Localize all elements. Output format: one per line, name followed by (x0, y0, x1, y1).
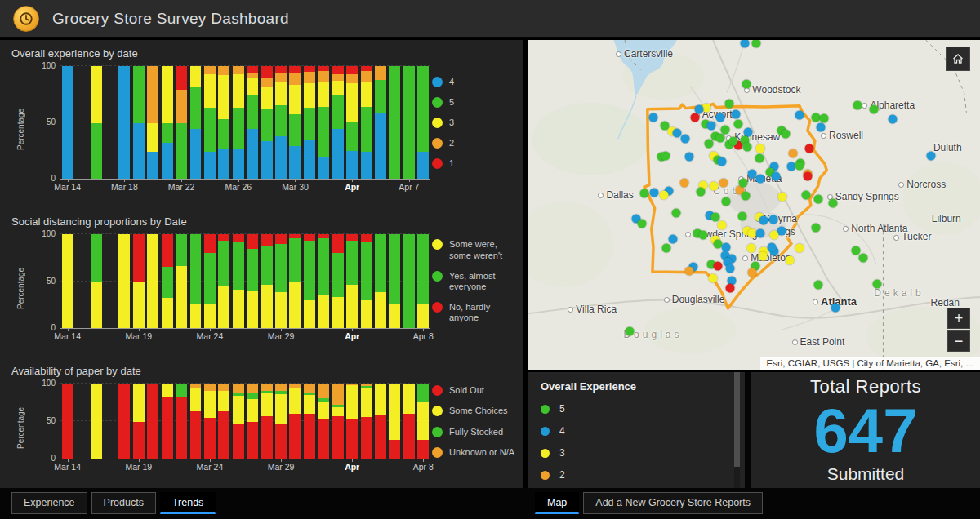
survey-point[interactable] (697, 187, 706, 196)
stacked-bar[interactable] (332, 234, 344, 328)
survey-point[interactable] (742, 143, 751, 152)
survey-point[interactable] (755, 144, 764, 153)
survey-point[interactable] (795, 111, 804, 120)
stacked-bar[interactable] (190, 66, 202, 179)
survey-point[interactable] (721, 125, 730, 134)
survey-point[interactable] (758, 252, 767, 261)
stacked-bar[interactable] (389, 234, 400, 328)
tab-trends[interactable]: Trends (160, 492, 216, 514)
survey-point[interactable] (716, 133, 725, 142)
survey-point[interactable] (649, 113, 658, 122)
survey-point[interactable] (690, 113, 699, 122)
survey-point[interactable] (801, 190, 810, 199)
survey-point[interactable] (778, 192, 787, 201)
stacked-bar[interactable] (247, 66, 258, 179)
stacked-bar[interactable] (147, 66, 158, 179)
stacked-bar[interactable] (218, 384, 229, 459)
survey-point[interactable] (738, 212, 747, 221)
survey-point[interactable] (859, 254, 868, 263)
survey-point[interactable] (870, 104, 879, 113)
survey-point[interactable] (734, 119, 743, 128)
survey-point[interactable] (816, 123, 825, 132)
survey-point[interactable] (781, 129, 790, 138)
stacked-bar[interactable] (361, 66, 372, 179)
survey-point[interactable] (873, 279, 882, 288)
stacked-bar[interactable] (204, 66, 216, 179)
survey-point[interactable] (725, 99, 734, 108)
stacked-bar[interactable] (375, 234, 386, 328)
survey-point[interactable] (756, 229, 765, 238)
survey-point[interactable] (729, 137, 738, 146)
survey-point[interactable] (668, 235, 677, 244)
stacked-bar[interactable] (375, 384, 386, 459)
survey-point[interactable] (680, 178, 689, 187)
map-home-button[interactable] (946, 47, 970, 71)
stacked-bar[interactable] (190, 384, 202, 459)
stacked-bar[interactable] (275, 384, 287, 459)
stacked-bar[interactable] (133, 384, 145, 459)
stacked-bar[interactable] (62, 66, 74, 179)
survey-point[interactable] (718, 221, 727, 230)
stacked-bar[interactable] (332, 384, 344, 459)
stacked-bar[interactable] (218, 234, 229, 328)
stacked-bar[interactable] (233, 66, 244, 179)
stacked-bar[interactable] (91, 384, 102, 459)
survey-point[interactable] (888, 114, 897, 123)
survey-point[interactable] (811, 223, 820, 232)
survey-point[interactable] (759, 215, 768, 224)
survey-point[interactable] (803, 171, 812, 180)
survey-point[interactable] (714, 262, 723, 271)
stacked-bar[interactable] (289, 66, 301, 179)
survey-point[interactable] (671, 209, 680, 218)
survey-point[interactable] (852, 246, 861, 255)
survey-point[interactable] (828, 198, 837, 207)
stacked-bar[interactable] (204, 234, 216, 328)
stacked-bar[interactable] (204, 384, 216, 459)
survey-point[interactable] (746, 243, 755, 252)
survey-point[interactable] (813, 195, 822, 204)
survey-point[interactable] (709, 274, 718, 283)
stacked-bar[interactable] (118, 66, 130, 179)
survey-point[interactable] (702, 103, 711, 112)
stacked-bar[interactable] (318, 234, 329, 328)
stacked-bar[interactable] (304, 234, 315, 328)
survey-point[interactable] (625, 327, 634, 336)
stacked-bar[interactable] (176, 384, 187, 459)
stacked-bar[interactable] (162, 234, 173, 328)
survey-point[interactable] (770, 231, 779, 240)
survey-point[interactable] (637, 220, 646, 228)
stacked-bar[interactable] (261, 384, 273, 459)
survey-point[interactable] (767, 243, 776, 252)
stacked-bar[interactable] (118, 384, 130, 459)
survey-point[interactable] (672, 128, 681, 137)
stacked-bar[interactable] (346, 66, 358, 179)
survey-point[interactable] (795, 243, 804, 252)
survey-point[interactable] (853, 100, 862, 109)
stacked-bar[interactable] (332, 66, 344, 179)
survey-point[interactable] (795, 161, 804, 170)
stacked-bar[interactable] (417, 384, 429, 459)
survey-point[interactable] (785, 255, 794, 264)
tab-products[interactable]: Products (91, 492, 156, 514)
scrollbar[interactable] (734, 372, 740, 488)
scrollbar-thumb[interactable] (734, 372, 740, 467)
survey-point[interactable] (659, 190, 668, 199)
stacked-bar[interactable] (147, 384, 158, 459)
survey-point[interactable] (788, 149, 797, 157)
survey-point[interactable] (706, 121, 715, 130)
stacked-bar[interactable] (133, 234, 145, 328)
stacked-bar[interactable] (304, 384, 315, 459)
stacked-bar[interactable] (389, 384, 400, 459)
stacked-bar[interactable] (118, 234, 130, 328)
stacked-bar[interactable] (190, 234, 202, 328)
stacked-bar[interactable] (62, 384, 74, 459)
survey-point[interactable] (755, 154, 764, 163)
stacked-bar[interactable] (275, 66, 287, 179)
stacked-bar[interactable] (361, 234, 372, 328)
survey-point[interactable] (649, 189, 658, 197)
survey-point[interactable] (716, 113, 725, 122)
map-canvas[interactable]: CartersvilleWoodstockAlpharettaRoswellDu… (528, 40, 980, 370)
survey-point[interactable] (718, 157, 727, 166)
stacked-bar[interactable] (346, 384, 358, 459)
zoom-in-button[interactable]: + (947, 308, 970, 329)
